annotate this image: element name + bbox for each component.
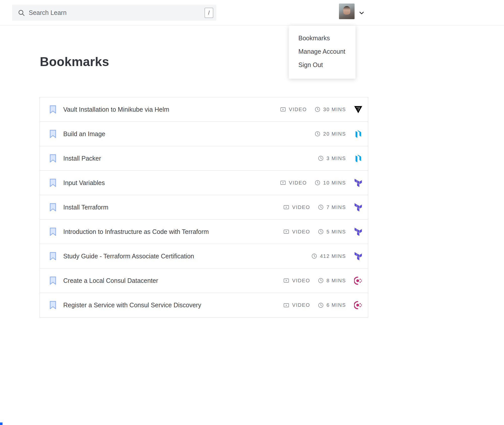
clock-icon	[318, 229, 324, 235]
bookmark-title: Create a Local Consul Datacenter	[63, 277, 283, 284]
play-icon	[280, 106, 286, 112]
packer-icon	[354, 154, 362, 163]
play-icon	[280, 180, 286, 186]
page-title: Bookmarks	[40, 54, 109, 69]
search-input[interactable]	[29, 9, 205, 16]
duration: 7 MINS	[318, 204, 346, 210]
bookmark-row[interactable]: Input Variables VIDEO 10 MINS	[40, 171, 368, 195]
bookmark-row[interactable]: Vault Installation to Minikube via Helm …	[40, 97, 368, 122]
bookmark-icon[interactable]	[49, 252, 56, 261]
menu-item-manage-account[interactable]: Manage Account	[289, 45, 356, 58]
bookmark-row[interactable]: Build an Image 20 MINS	[40, 122, 368, 146]
bookmark-title: Install Packer	[63, 155, 318, 162]
search-icon	[18, 9, 25, 17]
video-badge: VIDEO	[280, 106, 307, 112]
duration: 8 MINS	[318, 278, 346, 284]
clock-icon	[311, 253, 317, 259]
bookmark-row[interactable]: Install Terraform VIDEO 7 MINS	[40, 195, 368, 220]
bookmark-row[interactable]: Study Guide - Terraform Associate Certif…	[40, 244, 368, 268]
video-badge: VIDEO	[280, 180, 307, 186]
play-icon	[283, 278, 289, 284]
bookmark-list: Vault Installation to Minikube via Helm …	[40, 97, 368, 318]
account-menu: Bookmarks Manage Account Sign Out	[289, 25, 356, 79]
bookmark-icon[interactable]	[49, 276, 56, 285]
bookmark-row[interactable]: Create a Local Consul Datacenter VIDEO 8…	[40, 268, 368, 293]
bookmark-icon[interactable]	[49, 105, 56, 114]
bookmark-title: Build an Image	[63, 130, 314, 138]
duration: 10 MINS	[314, 180, 346, 186]
play-icon	[283, 204, 289, 210]
chevron-down-icon[interactable]	[358, 9, 365, 16]
duration: 30 MINS	[314, 106, 346, 112]
bookmark-title: Study Guide - Terraform Associate Certif…	[63, 253, 311, 260]
video-badge: VIDEO	[283, 229, 310, 235]
bookmark-title: Introduction to Infrastructure as Code w…	[63, 228, 283, 235]
consul-icon	[354, 277, 362, 285]
search-shortcut-badge: /	[205, 8, 213, 18]
bookmark-title: Input Variables	[63, 179, 280, 187]
clock-icon	[318, 278, 324, 284]
video-badge: VIDEO	[283, 302, 310, 308]
bookmark-icon[interactable]	[49, 227, 56, 236]
video-badge: VIDEO	[283, 204, 310, 210]
play-icon	[283, 302, 289, 308]
bookmark-title: Install Terraform	[63, 204, 283, 211]
bookmark-row[interactable]: Introduction to Infrastructure as Code w…	[40, 220, 368, 244]
video-badge: VIDEO	[283, 278, 310, 284]
bookmark-title: Register a Service with Consul Service D…	[63, 301, 283, 309]
duration: 6 MINS	[318, 302, 346, 308]
bookmark-icon[interactable]	[49, 154, 56, 163]
clock-icon	[314, 180, 321, 186]
clock-icon	[318, 155, 324, 161]
menu-item-bookmarks[interactable]: Bookmarks	[289, 32, 356, 45]
clock-icon	[314, 106, 321, 112]
terraform-icon	[354, 252, 362, 260]
bookmark-row[interactable]: Install Packer 3 MINS	[40, 146, 368, 171]
search-bar[interactable]: /	[12, 5, 216, 21]
terraform-icon	[354, 228, 362, 236]
clock-icon	[318, 302, 324, 308]
vault-icon	[354, 105, 362, 114]
bookmark-icon[interactable]	[49, 203, 56, 212]
duration: 412 MINS	[311, 253, 346, 259]
top-bar: /	[0, 0, 504, 25]
duration: 20 MINS	[314, 131, 346, 137]
clock-icon	[314, 131, 321, 137]
menu-item-sign-out[interactable]: Sign Out	[289, 58, 356, 72]
terraform-icon	[354, 179, 362, 187]
terraform-icon	[354, 203, 362, 211]
avatar[interactable]	[339, 4, 355, 19]
footer-edge	[0, 422, 3, 425]
duration: 3 MINS	[318, 155, 346, 161]
bookmark-icon[interactable]	[49, 178, 56, 187]
clock-icon	[318, 204, 324, 210]
bookmark-icon[interactable]	[49, 130, 56, 138]
bookmark-icon[interactable]	[49, 301, 56, 310]
bookmark-title: Vault Installation to Minikube via Helm	[63, 106, 280, 113]
play-icon	[283, 229, 289, 235]
packer-icon	[354, 130, 362, 138]
consul-icon	[354, 301, 362, 309]
bookmark-row[interactable]: Register a Service with Consul Service D…	[40, 293, 368, 317]
duration: 5 MINS	[318, 229, 346, 235]
